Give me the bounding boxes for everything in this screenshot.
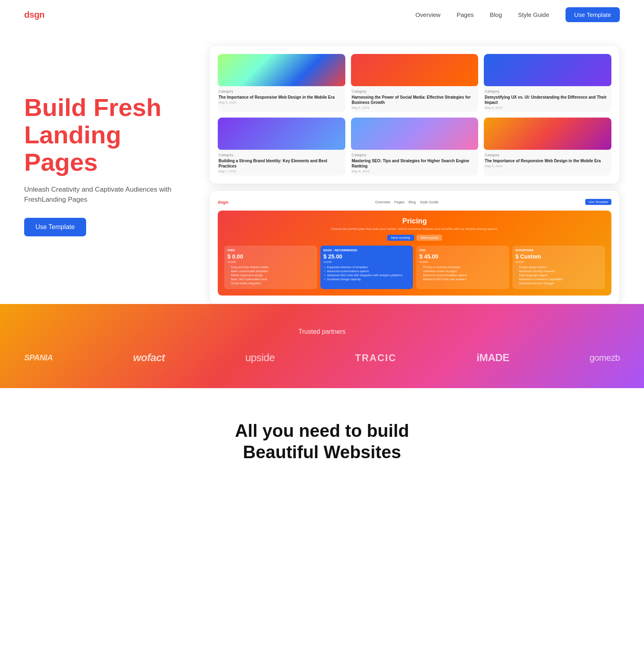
- blog-item-5[interactable]: Category The Importance of Responsive We…: [484, 118, 611, 176]
- pricing-nav-style: Style Guide: [420, 200, 439, 204]
- pricing-nav-overview: Overview: [375, 200, 390, 204]
- blog-item-4[interactable]: Category Mastering SEO: Tips and Strateg…: [351, 118, 479, 176]
- pricing-toggle: Most monthly Billed yearly: [224, 235, 605, 241]
- plan-basic-f1: Advanced customizations options: [324, 270, 410, 273]
- blog-thumb-2: [484, 54, 611, 86]
- hero-title-line1: Build Fresh: [24, 93, 161, 121]
- nav-link-pages[interactable]: Pages: [456, 11, 474, 18]
- plan-free-price: $ 0.00: [227, 253, 314, 260]
- pricing-mini-nav: dsgn Overview Pages Blog Style Guide Use…: [218, 199, 611, 205]
- hero-section: Build Fresh Landing Pages Unleash Creati…: [0, 29, 644, 304]
- logo[interactable]: dsgn: [24, 10, 45, 20]
- blog-thumb-5: [484, 118, 611, 150]
- blog-grid: Category The Importance of Responsive We…: [218, 54, 611, 176]
- blog-date-0: May 4, 2023: [218, 100, 345, 107]
- pricing-nav-pages: Pages: [394, 200, 405, 204]
- hero-right: Category The Importance of Responsive We…: [193, 45, 620, 304]
- plan-free-f0: Drag and drop website builder: [227, 266, 314, 269]
- plan-basic-price: $ 25.00: [324, 253, 410, 260]
- plan-basic: Basic - Recommended $ 25.00 /month Expan…: [320, 246, 413, 289]
- plan-free-f2: Mobile responsive design: [227, 274, 314, 277]
- blog-title-4: Mastering SEO: Tips and Strategies for H…: [351, 158, 479, 169]
- blog-cat-4: Category: [351, 153, 479, 157]
- plan-free-period: /month: [227, 260, 314, 263]
- toggle-yearly[interactable]: Billed yearly: [417, 235, 442, 241]
- hero-subtitle: Unleash Creativity and Captivate Audienc…: [24, 184, 193, 205]
- hero-title-line2: Landing Pages: [24, 121, 121, 176]
- partners-logos: SPANIA wofact upside TRACIC iMADE gomezb: [24, 351, 620, 364]
- pricing-title: Pricing: [224, 217, 605, 225]
- blog-title-1: Harnessing the Power of Social Media: Ef…: [351, 95, 479, 105]
- partners-section: Trusted partners SPANIA wofact upside TR…: [0, 304, 644, 388]
- bottom-section: All you need to build Beautiful Websites: [0, 388, 644, 495]
- plan-enterprise-badge: Enterprise: [516, 249, 602, 252]
- blog-date-3: May 7, 2023: [218, 169, 345, 176]
- blog-thumb-0: [218, 54, 345, 86]
- partner-tracic: TRACIC: [355, 352, 396, 364]
- pricing-mini-links: Overview Pages Blog Style Guide: [375, 200, 439, 204]
- partner-wofact: wofact: [133, 351, 165, 364]
- nav-link-style-guide[interactable]: Style Guide: [518, 11, 549, 18]
- plan-free-badge: Free: [227, 249, 314, 252]
- plan-basic-period: /month: [324, 260, 410, 263]
- plan-basic-f3: Increased storage capacity: [324, 278, 410, 281]
- blog-title-5: The Importance of Responsive Web Design …: [484, 158, 611, 163]
- partner-imade: iMADE: [477, 351, 509, 364]
- hero-use-template-button[interactable]: Use Template: [24, 218, 86, 236]
- plan-free-f3: Basic SEO optimization tools: [227, 278, 314, 281]
- blog-cat-1: Category: [351, 89, 479, 93]
- blog-thumb-1: [351, 54, 479, 86]
- blog-date-4: May 8, 2023: [351, 169, 479, 176]
- pricing-mini-cta[interactable]: Use Template: [585, 199, 611, 205]
- pricing-mini-logo: dsgn: [218, 200, 228, 205]
- nav-link-overview[interactable]: Overview: [415, 11, 441, 18]
- plan-basic-badge: Basic - Recommended: [324, 249, 410, 252]
- partner-upside: upside: [245, 351, 275, 364]
- plan-pro-f0: Priority or exclusive templates: [419, 266, 506, 269]
- blog-date-1: May 5, 2023: [351, 105, 479, 112]
- partner-spania: SPANIA: [24, 353, 53, 362]
- blog-item-3[interactable]: Category Building a Strong Brand Identit…: [218, 118, 345, 176]
- bottom-title: All you need to build Beautiful Websites: [24, 420, 620, 463]
- blog-thumb-4: [351, 118, 479, 150]
- navbar-use-template-button[interactable]: Use Template: [566, 7, 620, 22]
- nav-link-blog[interactable]: Blog: [490, 11, 502, 18]
- plan-free: Free $ 0.00 /month Drag and drop website…: [224, 246, 317, 289]
- pricing-plans: Free $ 0.00 /month Drag and drop website…: [224, 246, 605, 289]
- navbar: dsgn Overview Pages Blog Style Guide Use…: [0, 0, 644, 29]
- hero-left: Build Fresh Landing Pages Unleash Creati…: [24, 45, 193, 236]
- plan-enterprise-period: /month: [516, 260, 602, 263]
- plan-pro-f3: Advanced SEO tools with analytics: [419, 278, 506, 281]
- blog-preview-card: Category The Importance of Responsive We…: [209, 45, 620, 184]
- toggle-monthly[interactable]: Most monthly: [387, 235, 415, 241]
- pricing-card-inner: Pricing Choose the perfect plan that sui…: [218, 211, 611, 296]
- plan-pro-f2: Advanced recommendation options: [419, 274, 506, 277]
- plan-enterprise-price: $ Custom: [516, 253, 602, 260]
- pricing-hero-text: Pricing Choose the perfect plan that sui…: [224, 217, 605, 231]
- blog-date-5: May 9, 2023: [484, 163, 611, 170]
- blog-cat-3: Category: [218, 153, 345, 157]
- blog-item-1[interactable]: Category Harnessing the Power of Social …: [351, 54, 479, 112]
- plan-enterprise-f3: Advanced e-commerce capabilities: [516, 278, 602, 281]
- plan-enterprise-f0: Design design options: [516, 266, 602, 269]
- partner-gomezb: gomezb: [590, 353, 620, 363]
- partners-label: Trusted partners: [24, 328, 620, 335]
- plan-enterprise: Enterprise $ Custom /month Design design…: [512, 246, 605, 289]
- plan-basic-f2: Advanced SEO tools with integration with…: [324, 274, 410, 277]
- blog-item-0[interactable]: Category The Importance of Responsive We…: [218, 54, 345, 112]
- blog-cat-2: Category: [484, 89, 611, 93]
- blog-date-2: May 6, 2023: [484, 105, 611, 112]
- pricing-preview-card: dsgn Overview Pages Blog Style Guide Use…: [209, 190, 620, 304]
- plan-enterprise-f1: Advanced security measures: [516, 270, 602, 273]
- pricing-nav-blog: Blog: [409, 200, 416, 204]
- nav-links: Overview Pages Blog Style Guide Use Temp…: [415, 7, 620, 22]
- bottom-title-line1: All you need to build: [235, 421, 409, 440]
- plan-enterprise-f4: Dedicated account manager: [516, 282, 602, 285]
- plan-free-f4: Social media integration: [227, 282, 314, 285]
- blog-item-2[interactable]: Category Demystifying UX vs. UI: Underst…: [484, 54, 611, 112]
- plan-pro-period: /month: [419, 260, 506, 263]
- plan-pro-badge: Pro: [419, 249, 506, 252]
- blog-title-0: The Importance of Responsive Web Design …: [218, 95, 345, 100]
- blog-title-3: Building a Strong Brand Identity: Key El…: [218, 158, 345, 169]
- bottom-title-line2: Beautiful Websites: [243, 442, 401, 462]
